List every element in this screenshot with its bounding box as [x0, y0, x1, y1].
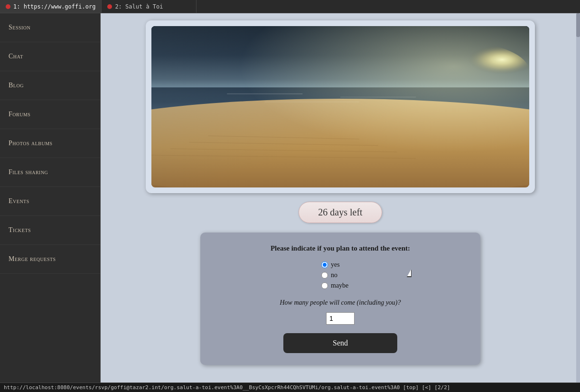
sidebar-item-events[interactable]: Events	[0, 187, 100, 216]
rsvp-question: Please indicate if you plan to attend th…	[215, 244, 466, 252]
tab2-label: 2: Salut à Toi	[115, 3, 163, 10]
svg-line-7	[170, 149, 397, 152]
beach-image	[151, 26, 529, 187]
svg-rect-0	[151, 26, 529, 123]
radio-yes-input[interactable]	[321, 261, 328, 268]
status-text: http://localhost:8080/events/rsvp/goffi@…	[4, 384, 450, 391]
radio-no[interactable]: no	[321, 271, 359, 279]
tab-1[interactable]: 1: https://www.goffi.org	[0, 0, 102, 13]
sidebar-item-files-sharing[interactable]: Files sharing	[0, 158, 100, 187]
svg-line-6	[189, 142, 378, 146]
svg-rect-1	[151, 87, 529, 136]
scrollbar-thumb[interactable]	[576, 13, 580, 37]
svg-point-4	[151, 99, 529, 187]
content-area: 26 days left Please indicate if you plan…	[101, 13, 580, 383]
radio-no-input[interactable]	[321, 272, 328, 279]
status-bar: http://localhost:8080/events/rsvp/goffi@…	[0, 383, 580, 392]
sidebar-item-merge-requests[interactable]: Merge requests	[0, 245, 100, 274]
rsvp-form: Please indicate if you plan to attend th…	[200, 233, 480, 365]
radio-group: yes no maybe	[215, 261, 466, 289]
sidebar-item-photos-albums[interactable]: Photos albums	[0, 129, 100, 158]
sidebar-item-chat[interactable]: Chat	[0, 42, 100, 71]
radio-maybe-input[interactable]	[321, 282, 328, 289]
content-inner: 26 days left Please indicate if you plan…	[101, 13, 580, 372]
svg-point-3	[393, 42, 529, 100]
sidebar: Session Chat Blog Forums Photos albums F…	[0, 13, 101, 383]
beach-svg	[151, 26, 529, 187]
people-input-wrap	[215, 312, 466, 325]
tab2-dot	[107, 4, 112, 9]
send-button[interactable]: Send	[283, 333, 397, 353]
title-bar: 1: https://www.goffi.org 2: Salut à Toi	[0, 0, 580, 13]
sidebar-item-blog[interactable]: Blog	[0, 71, 100, 100]
svg-line-8	[151, 155, 416, 159]
tab1-dot	[6, 4, 10, 9]
people-count-input[interactable]	[326, 312, 355, 325]
svg-rect-2	[151, 87, 529, 136]
tab-2[interactable]: 2: Salut à Toi	[102, 0, 196, 13]
scrollbar-track[interactable]	[576, 13, 580, 383]
radio-maybe[interactable]: maybe	[321, 282, 359, 289]
days-badge: 26 days left	[299, 202, 382, 223]
radio-yes[interactable]: yes	[321, 261, 359, 269]
sidebar-item-session[interactable]: Session	[0, 13, 100, 42]
image-card	[146, 20, 535, 193]
svg-line-5	[208, 136, 359, 139]
tab1-label: 1: https://www.goffi.org	[13, 3, 95, 10]
main-area: Session Chat Blog Forums Photos albums F…	[0, 13, 580, 383]
people-question: How many people will come (including you…	[215, 299, 466, 307]
sidebar-item-forums[interactable]: Forums	[0, 100, 100, 129]
sidebar-item-tickets[interactable]: Tickets	[0, 216, 100, 245]
water-reflection	[151, 26, 529, 115]
